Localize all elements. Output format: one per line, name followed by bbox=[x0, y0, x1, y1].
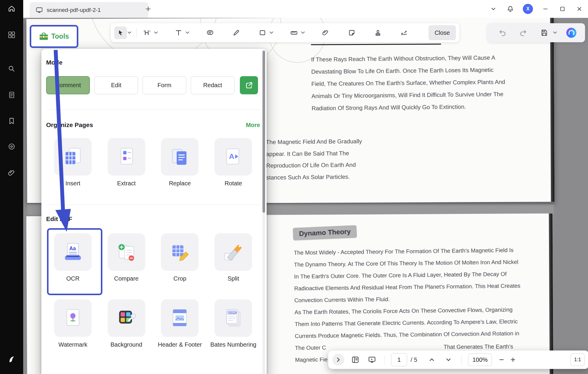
tools-button[interactable]: Tools bbox=[30, 25, 78, 48]
mode-redact-button[interactable]: Redact bbox=[191, 76, 234, 94]
shape-tool-button[interactable] bbox=[256, 26, 269, 39]
doc-text-line: That Generates The Earth's bbox=[444, 343, 513, 350]
text-tool-button[interactable] bbox=[172, 26, 185, 39]
watermark-icon bbox=[54, 299, 92, 337]
zoom-level-box[interactable]: 100% bbox=[468, 353, 492, 366]
tabs-dropdown-button[interactable] bbox=[489, 4, 498, 13]
close-tools-button[interactable]: Close bbox=[429, 25, 456, 40]
external-link-icon bbox=[245, 82, 253, 89]
document-tab[interactable]: scanned-pdf-updf-2-1 bbox=[30, 2, 148, 18]
measure-tool-dropdown[interactable] bbox=[300, 31, 306, 34]
tool-card-replace[interactable]: Replace bbox=[153, 138, 207, 187]
paperclip-icon bbox=[322, 29, 329, 36]
sidebar-pages-button[interactable] bbox=[6, 89, 18, 101]
shape-tool-icon bbox=[259, 29, 266, 36]
pen-tool-button[interactable] bbox=[230, 26, 243, 39]
save-button[interactable] bbox=[538, 26, 551, 39]
redo-icon bbox=[519, 29, 528, 37]
chevron-down-icon bbox=[154, 31, 158, 34]
mode-comment-button[interactable]: Comment bbox=[46, 76, 90, 94]
organize-pages-header: Organize Pages More bbox=[46, 121, 260, 129]
actual-size-button[interactable]: 1:1 bbox=[570, 353, 585, 366]
tab-title: scanned-pdf-updf-2-1 bbox=[47, 7, 101, 13]
minimize-button[interactable] bbox=[541, 4, 550, 13]
doc-text-line: appear. It Can Be Said That The bbox=[266, 147, 362, 160]
panel-scrollbar-thumb[interactable] bbox=[262, 51, 265, 213]
expand-panel-button[interactable] bbox=[332, 354, 344, 366]
tool-card-extract[interactable]: Extract bbox=[100, 138, 153, 187]
new-tab-button[interactable] bbox=[143, 4, 153, 14]
note-tool-icon bbox=[207, 29, 214, 36]
doc-text-line: Devastating Blow To Life On Earth. Once … bbox=[311, 64, 505, 78]
replace-icon bbox=[161, 138, 198, 176]
tool-card-watermark[interactable]: Watermark bbox=[46, 299, 100, 348]
measure-tool-button[interactable] bbox=[288, 26, 300, 39]
updf-ai-button[interactable] bbox=[566, 28, 576, 38]
bottom-bar-divider bbox=[461, 355, 462, 364]
card-label: Compare bbox=[100, 275, 153, 282]
redo-button[interactable] bbox=[517, 26, 530, 39]
undo-icon bbox=[498, 29, 506, 37]
ocr-icon: Aa bbox=[54, 233, 92, 271]
presentation-button[interactable] bbox=[368, 355, 376, 364]
doc-text-line: If These Rays Reach The Earth Without Ob… bbox=[311, 51, 505, 66]
tools-button-label: Tools bbox=[51, 32, 69, 40]
tool-card-crop[interactable]: Crop bbox=[153, 233, 207, 282]
tool-card-split[interactable]: Split bbox=[207, 233, 260, 282]
tool-card-insert[interactable]: Insert bbox=[46, 138, 100, 187]
svg-text:A: A bbox=[229, 152, 234, 160]
next-page-button[interactable] bbox=[444, 355, 453, 364]
cursor-tool-button[interactable] bbox=[114, 26, 127, 39]
tool-card-background[interactable]: Background bbox=[100, 299, 153, 348]
text-tool-dropdown[interactable] bbox=[185, 31, 190, 34]
window-controls: X bbox=[489, 0, 584, 18]
annotation-toolbar: Close bbox=[111, 23, 459, 42]
minimize-icon bbox=[543, 6, 548, 12]
heading-tool-button[interactable] bbox=[141, 26, 153, 39]
zoom-in-button[interactable]: + bbox=[511, 356, 515, 364]
page-number-input[interactable] bbox=[391, 353, 407, 366]
tool-card-ocr[interactable]: Aa OCR bbox=[46, 233, 100, 282]
open-in-new-window-button[interactable] bbox=[240, 76, 258, 94]
chevron-down-icon bbox=[127, 31, 132, 34]
sidebar-brand-button[interactable] bbox=[6, 353, 18, 365]
close-window-button[interactable] bbox=[575, 4, 584, 13]
sidebar-attachments-button[interactable] bbox=[6, 167, 18, 179]
bates-icon: 000123 bbox=[215, 299, 252, 337]
signature-tool-button[interactable] bbox=[398, 26, 410, 39]
app-sidebar bbox=[0, 0, 23, 374]
save-dropdown[interactable] bbox=[552, 31, 558, 34]
sidebar-home-button[interactable] bbox=[6, 3, 18, 15]
sidebar-bookmark-button[interactable] bbox=[6, 115, 18, 127]
previous-page-button[interactable] bbox=[427, 355, 436, 364]
mode-edit-button[interactable]: Edit bbox=[94, 76, 138, 94]
svg-text:000123: 000123 bbox=[229, 312, 237, 314]
mode-form-button[interactable]: Form bbox=[143, 76, 186, 94]
sidebar-apps-button[interactable] bbox=[6, 29, 18, 41]
stamp-tool-button[interactable] bbox=[372, 26, 384, 39]
shape-tool-dropdown[interactable] bbox=[269, 31, 274, 34]
maximize-button[interactable] bbox=[558, 4, 567, 13]
heading-tool-dropdown[interactable] bbox=[153, 31, 159, 34]
zoom-out-button[interactable]: − bbox=[499, 356, 504, 364]
note-tool-button[interactable] bbox=[204, 26, 216, 39]
sticker-tool-button[interactable] bbox=[345, 26, 358, 39]
thumbnail-panel-button[interactable] bbox=[351, 355, 360, 364]
tool-card-bates-numbering[interactable]: 000123 Bates Numbering bbox=[207, 299, 260, 348]
text-tool-icon bbox=[175, 29, 182, 36]
sidebar-search-button[interactable] bbox=[6, 63, 18, 75]
tool-card-header-footer[interactable]: Header & Footer bbox=[153, 299, 207, 348]
cursor-tool-dropdown[interactable] bbox=[127, 31, 132, 34]
attachment-tool-button[interactable] bbox=[319, 26, 332, 39]
notifications-button[interactable] bbox=[506, 4, 515, 13]
more-link[interactable]: More bbox=[246, 122, 260, 129]
maximize-icon bbox=[560, 6, 565, 12]
tool-card-compare[interactable]: Compare bbox=[100, 233, 153, 282]
thumbnail-panel-icon bbox=[351, 356, 359, 364]
tool-card-rotate[interactable]: A Rotate bbox=[207, 138, 260, 187]
pen-tool-icon bbox=[233, 29, 240, 36]
sidebar-comments-button[interactable] bbox=[6, 141, 18, 153]
undo-button[interactable] bbox=[496, 26, 509, 39]
account-avatar[interactable]: X bbox=[523, 4, 533, 14]
panel-divider bbox=[46, 109, 260, 110]
